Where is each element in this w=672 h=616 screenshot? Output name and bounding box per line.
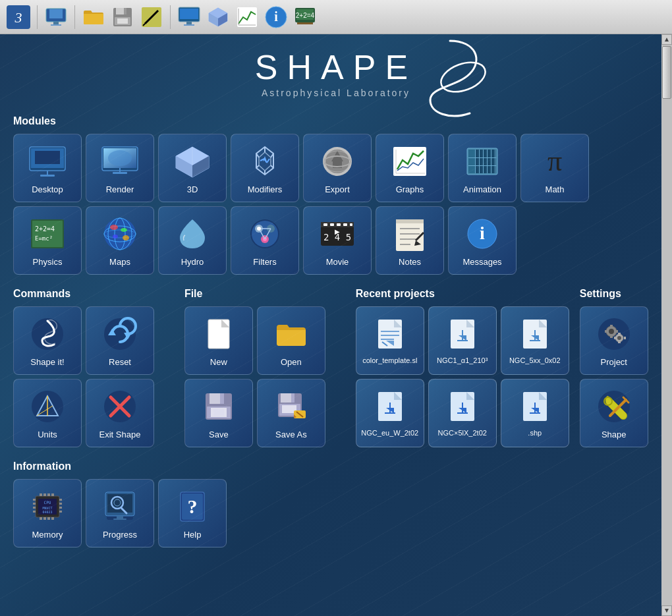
recent-ngc5xx[interactable]: NGC_5xx_0x02: [501, 306, 569, 375]
module-render[interactable]: Render: [86, 134, 154, 202]
module-movie[interactable]: 2 4 5 ▶ Movie: [303, 206, 372, 275]
cmd-shape-it[interactable]: Shape it!: [13, 306, 82, 375]
settings-project[interactable]: Project: [580, 306, 648, 375]
info-help[interactable]: ? Help: [158, 479, 227, 547]
information-items: CPU MNVCT 04023 Memory: [13, 479, 659, 547]
toolbar-graph-btn[interactable]: [234, 4, 260, 30]
module-filters[interactable]: Filters: [231, 206, 299, 275]
recent-ngc1-label: NGC1_α1_210³: [434, 356, 490, 364]
scroll-up-btn[interactable]: [661, 34, 672, 45]
module-maps[interactable]: Maps: [86, 206, 154, 275]
scroll-down-btn[interactable]: [661, 605, 672, 616]
file-new[interactable]: New: [184, 306, 253, 375]
settings-project-label: Project: [601, 357, 627, 367]
svg-text:E=mc²: E=mc²: [35, 235, 53, 242]
file-save-as-label: Save As: [275, 430, 307, 439]
svg-rect-104: [330, 223, 334, 226]
filters-icon: [246, 215, 284, 253]
svg-rect-206: [43, 493, 46, 496]
scrollbar[interactable]: [661, 34, 672, 616]
svg-rect-5: [51, 24, 61, 26]
svg-point-187: [617, 336, 621, 340]
module-messages[interactable]: i Messages: [448, 206, 517, 275]
toolbar-edit-btn[interactable]: [138, 4, 165, 30]
svg-rect-36: [40, 175, 55, 177]
svg-rect-110: [396, 219, 424, 251]
module-notes[interactable]: Notes: [376, 206, 444, 275]
settings-shape[interactable]: Shape: [580, 379, 648, 447]
shape-logo-btn[interactable]: 3: [5, 4, 32, 30]
memory-chip-icon: CPU MNVCT 04023: [28, 488, 67, 526]
module-desktop[interactable]: Desktop: [13, 134, 82, 202]
module-hydro[interactable]: Hydro: [158, 206, 227, 275]
svg-rect-202: [59, 503, 62, 505]
svg-rect-211: [47, 517, 50, 520]
recent-ngc-eu[interactable]: NGC_eu_W_2t02: [356, 379, 424, 447]
info-progress-label: Progress: [103, 530, 137, 540]
logo-area: SHAPE Astrophysical Laboratory: [13, 47, 659, 99]
module-animation[interactable]: Animation: [448, 134, 517, 202]
svg-rect-199: [33, 507, 36, 509]
recent-ngc1-icon: [445, 317, 480, 354]
svg-rect-197: [33, 499, 36, 501]
svg-rect-142: [291, 393, 294, 403]
recent-shp[interactable]: .shp: [501, 379, 569, 447]
svg-rect-107: [350, 223, 352, 226]
cmd-exit-shape[interactable]: Exit Shape: [86, 379, 154, 447]
toolbar-monitor-btn[interactable]: [43, 4, 69, 30]
main-content: SHAPE Astrophysical Laboratory Modules: [0, 34, 672, 616]
toolbar-folder-btn[interactable]: [80, 4, 107, 30]
module-modifiers[interactable]: Modifiers: [231, 134, 299, 202]
cmd-units[interactable]: Units: [13, 379, 82, 447]
svg-rect-190: [614, 337, 616, 339]
svg-rect-71: [483, 150, 484, 173]
shape-it-icon: [28, 315, 67, 353]
scroll-thumb[interactable]: [662, 46, 671, 99]
file-open-label: Open: [281, 357, 302, 367]
svg-rect-210: [43, 517, 46, 520]
recent-ngc5lx[interactable]: NGC×5lX_2t02: [428, 379, 497, 447]
toolbar-chalkboard-btn[interactable]: 2+2=4: [292, 4, 318, 30]
toolbar-info-btn[interactable]: i: [263, 4, 289, 30]
svg-rect-224: [113, 518, 126, 520]
svg-point-40: [108, 150, 132, 166]
file-open[interactable]: Open: [257, 306, 325, 375]
recent-color-template[interactable]: color_template.sl: [356, 306, 424, 375]
module-animation-label: Animation: [463, 184, 501, 194]
svg-text:2+2=4: 2+2=4: [296, 12, 315, 19]
toolbar-floppy-btn[interactable]: [109, 4, 136, 30]
commands-title: Commands: [13, 288, 174, 300]
info-progress[interactable]: Progress: [86, 479, 154, 547]
save-floppy-icon: [200, 387, 238, 426]
modules-section: Modules Desktop: [13, 115, 659, 288]
cmd-reset[interactable]: Reset: [86, 306, 154, 375]
cmd-units-label: Units: [38, 430, 57, 439]
svg-marker-49: [259, 152, 271, 171]
gears-icon: [595, 315, 633, 353]
math-icon: π: [536, 142, 574, 181]
module-math[interactable]: π Math: [520, 134, 589, 202]
module-physics[interactable]: 2+2=4 E=mc² Physics: [13, 206, 82, 275]
toolbar-cube-btn[interactable]: [205, 4, 231, 30]
svg-rect-189: [618, 341, 621, 343]
settings-section: Settings: [580, 288, 659, 447]
module-3d[interactable]: 3D: [158, 134, 227, 202]
module-graphs[interactable]: Graphs: [376, 134, 444, 202]
info-memory[interactable]: CPU MNVCT 04023 Memory: [13, 479, 82, 547]
svg-rect-68: [468, 150, 475, 173]
svg-rect-139: [213, 409, 224, 416]
file-save-as[interactable]: Save As: [257, 379, 325, 447]
reset-icon: [101, 315, 139, 353]
recent-doc-icon: [373, 317, 407, 354]
svg-text:▶: ▶: [335, 228, 340, 235]
svg-point-88: [121, 228, 127, 232]
desktop-icon: [28, 142, 67, 181]
module-desktop-label: Desktop: [32, 184, 63, 194]
module-export[interactable]: Export: [303, 134, 372, 202]
svg-rect-15: [180, 9, 198, 19]
file-save[interactable]: Save: [184, 379, 253, 447]
svg-rect-207: [47, 493, 50, 496]
svg-rect-69: [475, 150, 476, 173]
recent-ngc1[interactable]: NGC1_α1_210³: [428, 306, 497, 375]
toolbar-monitor2-btn[interactable]: [176, 4, 202, 30]
